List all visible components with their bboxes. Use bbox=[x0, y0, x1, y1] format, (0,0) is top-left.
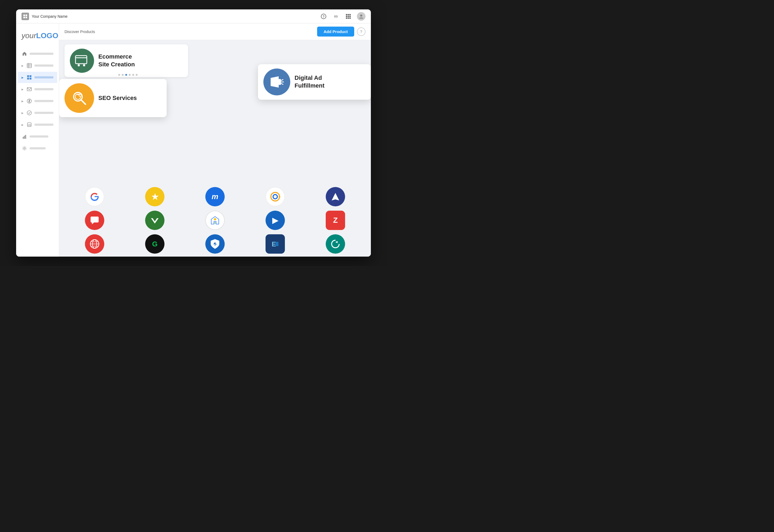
seo-icon-circle bbox=[65, 83, 94, 113]
svg-rect-21 bbox=[30, 75, 31, 77]
svg-rect-22 bbox=[27, 78, 29, 80]
svg-point-63 bbox=[332, 240, 339, 248]
logo: yourLOGO bbox=[21, 31, 53, 40]
sidebar-placeholder-table bbox=[34, 64, 53, 67]
aritic-brand-icon[interactable] bbox=[326, 187, 345, 206]
svg-text:E: E bbox=[272, 240, 276, 248]
conductor-brand-icon[interactable] bbox=[266, 187, 285, 206]
svg-point-49 bbox=[279, 196, 280, 197]
sidebar-placeholder-grid bbox=[34, 76, 53, 78]
products-showcase: EcommerceSite Creation bbox=[59, 40, 371, 257]
svg-rect-11 bbox=[349, 16, 351, 17]
svg-rect-2 bbox=[23, 17, 25, 18]
infinity-icon[interactable]: ∞ bbox=[332, 13, 340, 20]
company-name-label: Your Company Name bbox=[32, 14, 67, 19]
check-circle-icon bbox=[26, 110, 32, 116]
svg-rect-14 bbox=[349, 17, 351, 19]
sitechecker-brand-icon[interactable] bbox=[85, 234, 104, 254]
chevron-grid: ▶ bbox=[21, 76, 24, 79]
svg-point-54 bbox=[214, 218, 216, 220]
ecommerce-product-card[interactable]: EcommerceSite Creation bbox=[65, 44, 188, 77]
svg-line-46 bbox=[281, 83, 283, 84]
svg-marker-51 bbox=[92, 222, 94, 224]
svg-rect-12 bbox=[346, 17, 347, 19]
add-product-button[interactable]: Add Product bbox=[317, 27, 354, 37]
chart-icon bbox=[21, 134, 27, 139]
help-button[interactable]: ? bbox=[357, 27, 365, 36]
content-area: Discover Products Add Product ? bbox=[59, 23, 371, 257]
svg-rect-20 bbox=[27, 75, 29, 77]
seo-label: SEO Services bbox=[98, 95, 137, 102]
godaddy-brand-icon[interactable]: G bbox=[145, 234, 164, 254]
dot-4 bbox=[129, 74, 131, 76]
sidebar-placeholder-analytics bbox=[30, 135, 48, 138]
digital-ad-product-card[interactable]: Digital AdFulfillment bbox=[258, 64, 371, 100]
top-nav: Your Company Name ? ∞ bbox=[16, 9, 371, 23]
sidebar-item-analytics[interactable] bbox=[18, 131, 57, 142]
chevron-badge: ▶ bbox=[21, 123, 24, 126]
sidebar-placeholder-tasks bbox=[34, 112, 53, 114]
sidebar-item-grid[interactable]: ▶ bbox=[18, 72, 57, 83]
zight-brand-icon[interactable] bbox=[326, 234, 345, 254]
sidebar-nav: ▶ ▶ bbox=[16, 48, 59, 154]
svg-rect-7 bbox=[348, 14, 349, 15]
promptly-brand-icon[interactable]: ▶ bbox=[266, 211, 285, 230]
sidebar-placeholder-billing bbox=[34, 100, 53, 102]
svg-rect-0 bbox=[23, 15, 25, 16]
svg-rect-16 bbox=[27, 63, 31, 68]
svg-point-15 bbox=[360, 15, 362, 17]
badge-icon: 100 bbox=[26, 122, 32, 128]
sidebar-item-tasks[interactable]: ▶ bbox=[18, 107, 57, 118]
chevron-table: ▶ bbox=[21, 64, 24, 67]
svg-text:G: G bbox=[214, 222, 216, 224]
svg-rect-50 bbox=[91, 217, 99, 222]
brand-icons-section: ★ m bbox=[65, 187, 365, 254]
grid-apps-icon[interactable] bbox=[345, 13, 352, 20]
vwo-brand-icon[interactable] bbox=[145, 211, 164, 230]
svg-marker-64 bbox=[335, 241, 338, 243]
yotpo-brand-icon[interactable]: ★ bbox=[145, 187, 164, 206]
svg-point-48 bbox=[273, 195, 277, 199]
svg-rect-10 bbox=[348, 16, 349, 17]
sidebar-item-settings[interactable] bbox=[18, 143, 57, 154]
svg-rect-31 bbox=[24, 136, 25, 138]
excel-brand-icon[interactable]: E bbox=[266, 234, 285, 254]
svg-rect-6 bbox=[346, 14, 347, 15]
sidebar-item-home[interactable] bbox=[18, 48, 57, 59]
brand-row-3: G E bbox=[65, 234, 365, 254]
svg-rect-32 bbox=[25, 135, 26, 138]
sidebar-item-mail[interactable]: ▶ bbox=[18, 84, 57, 95]
sidebar-item-billing[interactable]: ▶ bbox=[18, 95, 57, 107]
svg-rect-3 bbox=[26, 17, 27, 18]
google-business-brand-icon[interactable]: G bbox=[205, 211, 225, 230]
dot-1 bbox=[118, 74, 120, 76]
svg-point-37 bbox=[83, 64, 85, 66]
shield-brand-icon[interactable] bbox=[205, 234, 225, 254]
discover-title-label: Discover Products bbox=[65, 30, 95, 34]
sidebar-placeholder-settings bbox=[30, 147, 46, 149]
dot-3-active bbox=[125, 74, 127, 76]
logo-italic: your bbox=[21, 31, 36, 40]
svg-rect-8 bbox=[349, 14, 351, 15]
sidebar-item-table[interactable]: ▶ bbox=[18, 60, 57, 71]
seo-product-card[interactable]: SEO Services bbox=[59, 79, 167, 117]
svg-rect-13 bbox=[348, 17, 349, 19]
sidebar-item-badge[interactable]: ▶ 100 bbox=[18, 119, 57, 130]
chatlio-brand-icon[interactable] bbox=[85, 211, 104, 230]
svg-rect-23 bbox=[30, 78, 31, 80]
dot-6 bbox=[136, 74, 138, 76]
company-icon bbox=[21, 13, 29, 20]
zoho-brand-icon[interactable]: Z bbox=[326, 211, 345, 230]
grid-icon bbox=[26, 74, 32, 80]
carousel-dots bbox=[118, 74, 138, 76]
help-icon[interactable]: ? bbox=[320, 13, 327, 20]
mail-icon bbox=[26, 86, 32, 92]
app-window: Your Company Name ? ∞ bbox=[16, 9, 371, 257]
logo-area: yourLOGO bbox=[16, 29, 59, 48]
svg-rect-1 bbox=[26, 15, 27, 16]
svg-text:100: 100 bbox=[28, 124, 31, 126]
user-avatar[interactable] bbox=[357, 12, 365, 21]
mailcharts-brand-icon[interactable]: m bbox=[205, 187, 225, 206]
google-brand-icon[interactable] bbox=[85, 187, 104, 206]
svg-line-40 bbox=[81, 100, 85, 104]
